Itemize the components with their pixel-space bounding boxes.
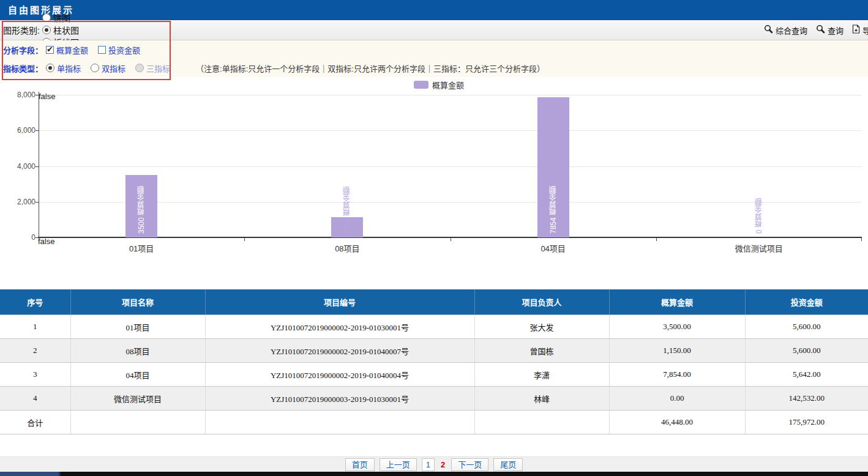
radio-pie-icon[interactable] (42, 13, 51, 22)
indicator-double[interactable]: 双指标 (91, 62, 125, 74)
export-button[interactable]: 导出 (852, 24, 868, 36)
radio-single-icon[interactable] (46, 64, 54, 72)
analysis-field-row: 分析字段： 概算金额投资金额 (0, 40, 868, 59)
cell: 142,532.00 (745, 387, 868, 411)
export-icon (852, 24, 862, 35)
checkbox-estimate-amount-icon[interactable] (46, 46, 54, 54)
cell: 1 (0, 315, 70, 339)
table-header-row: 序号项目名称项目编号项目负责人概算金额投资金额 (0, 289, 868, 315)
cell: 5,642.00 (745, 363, 868, 387)
indicator-note: （注意:单指标:只允许一个分析字段｜双指标:只允许两个分析字段｜三指标：只允许三… (196, 62, 545, 74)
analysis-field-label: 分析字段： (3, 44, 46, 56)
table-row: 101项目YZJ1010072019000002-2019-01030001号张… (0, 315, 868, 339)
chart-type-pie[interactable]: 饼图 (42, 12, 79, 24)
field-investment-amount-label: 投资金额 (108, 44, 140, 56)
cell: 微信测试项目 (70, 387, 205, 411)
bar-chart: 概算金额 02,0004,0006,0008,000falsefalse3500… (0, 77, 868, 288)
column-header: 投资金额 (745, 289, 868, 315)
legend-swatch (414, 81, 428, 89)
table-row: 208项目YZJ1010072019000002-2019-01040007号曾… (0, 339, 868, 363)
page-title: 自由图形展示 (0, 0, 868, 20)
table-row: 304项目YZJ1010072019000002-2019-01040004号李… (0, 363, 868, 387)
cell: YZJ1010072019000003-2019-01030001号 (205, 387, 474, 411)
page-1-button[interactable]: 1 (422, 458, 435, 471)
cell: 5,600.00 (745, 315, 868, 339)
project-table: 序号项目名称项目编号项目负责人概算金额投资金额 101项目YZJ10100720… (0, 289, 868, 434)
chart-type-pie-label: 饼图 (53, 12, 70, 24)
pagination: 首页上一页12下一页尾页 (0, 456, 868, 472)
x-axis: false (38, 237, 862, 238)
gridline (39, 95, 862, 95)
search-icon (816, 24, 828, 35)
x-axis-tick (861, 238, 862, 241)
combined-query-label: 综合查询 (776, 24, 807, 36)
field-estimate-amount-label: 概算金额 (56, 44, 88, 56)
cell: 张大发 (474, 315, 609, 339)
indicator-triple: 三指标 (135, 62, 170, 74)
page-2-button[interactable]: 2 (438, 459, 447, 470)
indicator-single-label: 单指标 (57, 62, 81, 74)
total-cell (205, 411, 474, 434)
next-page-button[interactable]: 下一页 (451, 458, 488, 471)
cell: 1,150.00 (609, 339, 745, 363)
cell: 01项目 (70, 315, 205, 339)
cell: YZJ1010072019000002-2019-01030001号 (205, 315, 474, 339)
last-page-button[interactable]: 尾页 (493, 458, 523, 471)
table-row: 4微信测试项目YZJ1010072019000003-2019-01030001… (0, 387, 868, 411)
cell: YZJ1010072019000002-2019-01040007号 (205, 339, 474, 363)
bar-value-label: 7854 概算金额 (548, 186, 558, 234)
y-axis: false (39, 92, 39, 237)
cell: YZJ1010072019000002-2019-01040004号 (205, 363, 474, 387)
y-tick-label: 8,000 (2, 91, 36, 99)
gridline (39, 202, 862, 203)
prev-page-button[interactable]: 上一页 (380, 458, 417, 471)
chart-type-bar[interactable]: 柱状图 (42, 24, 79, 36)
chart-legend: 概算金额 (414, 79, 464, 91)
radio-bar-icon[interactable] (42, 26, 51, 34)
total-row: 合计46,448.00175,972.00 (0, 411, 868, 434)
filter-area: 分析字段： 概算金额投资金额 指标类型： 单指标双指标三指标 （注意:单指标:只… (0, 40, 868, 77)
radio-double-icon[interactable] (91, 64, 99, 72)
indicator-type-label: 指标类型： (3, 62, 46, 74)
column-header: 项目编号 (205, 289, 474, 315)
y-tick-label: 0 (2, 233, 36, 242)
column-header: 概算金额 (609, 289, 745, 315)
field-investment-amount[interactable]: 投资金额 (98, 44, 140, 56)
cell: 5,600.00 (745, 339, 868, 363)
cell: 3 (0, 363, 70, 387)
category-label: 04项目 (451, 242, 656, 254)
total-cell (474, 411, 609, 434)
checkbox-investment-amount-icon[interactable] (98, 46, 106, 54)
bar-value-label: 3500 概算金额 (137, 186, 146, 234)
cell: 曾国栋 (474, 339, 609, 363)
gridline (39, 166, 862, 167)
column-header: 序号 (0, 289, 70, 315)
cell: 2 (0, 339, 70, 363)
cell: 08项目 (70, 339, 205, 363)
total-cell: 175,972.00 (745, 411, 868, 434)
search-icon (764, 24, 776, 35)
legend-label: 概算金额 (432, 79, 464, 91)
toolbar: 图形类别: 饼图柱状图折线图 综合查询查询导出 (0, 20, 868, 40)
x-axis-tick (244, 238, 245, 241)
cell: 3,500.00 (609, 315, 745, 339)
indicator-single[interactable]: 单指标 (46, 62, 81, 74)
chart-type-label: 图形类别: (3, 24, 40, 36)
x-axis-tick (39, 238, 39, 241)
chart-type-bar-label: 柱状图 (53, 24, 79, 36)
total-cell: 合计 (0, 411, 70, 434)
query-button[interactable]: 查询 (816, 24, 844, 36)
field-estimate-amount[interactable]: 概算金额 (46, 44, 88, 56)
combined-query-button[interactable]: 综合查询 (764, 24, 807, 36)
y-tick-label: 2,000 (2, 198, 36, 206)
x-axis-tick (451, 238, 451, 241)
query-label: 查询 (828, 24, 844, 36)
cell: 4 (0, 387, 70, 411)
first-page-button[interactable]: 首页 (345, 458, 375, 471)
total-cell: 46,448.00 (609, 411, 745, 434)
bar-value-label: 1150 概算金额 (342, 187, 352, 234)
indicator-double-label: 双指标 (102, 62, 125, 74)
toolbar-actions: 综合查询查询导出 (755, 24, 868, 36)
x-axis-tick (656, 238, 657, 241)
radio-triple-icon (135, 64, 144, 72)
